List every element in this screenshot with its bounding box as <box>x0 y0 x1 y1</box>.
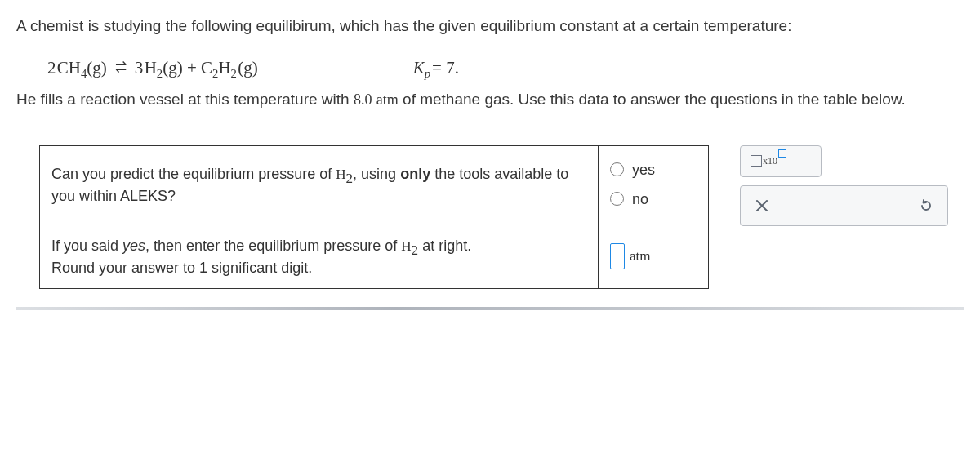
pressure-input[interactable] <box>610 243 625 269</box>
tool-panel: x10 <box>740 145 948 226</box>
kp-value: Kp = 7. <box>413 56 459 80</box>
q2-entry: atm <box>599 225 709 288</box>
lhs: 2 CH4(g) <box>47 56 107 80</box>
divider <box>16 307 964 310</box>
undo-icon <box>918 198 934 214</box>
tool-actions <box>740 185 948 226</box>
intro-text: A chemist is studying the following equi… <box>16 15 964 38</box>
radio-yes-label: yes <box>632 159 655 180</box>
radio-no-label: no <box>632 189 648 210</box>
equation-row: 2 CH4(g) ⇀↽ 3 H2(g) + C2H2 (g) Kp = 7. <box>16 38 964 88</box>
mantissa-box-icon <box>751 155 762 167</box>
table-row: If you said yes, then enter the equilibr… <box>40 225 709 288</box>
x-icon <box>755 198 769 213</box>
radio-no-input[interactable] <box>610 192 624 206</box>
radio-yes[interactable]: yes <box>610 156 697 185</box>
q2-cell: If you said yes, then enter the equilibr… <box>40 225 599 288</box>
equilibrium-arrows-icon: ⇀↽ <box>112 60 130 75</box>
x10-label: x10 <box>763 154 777 168</box>
q1-answers: yes no <box>599 145 709 225</box>
reset-button[interactable] <box>915 194 938 217</box>
radio-yes-input[interactable] <box>610 162 624 176</box>
radio-no[interactable]: no <box>610 185 697 215</box>
table-row: Can you predict the equilibrium pressure… <box>40 145 709 225</box>
clear-button[interactable] <box>751 194 773 217</box>
exponent-box-icon <box>778 149 786 158</box>
q1-cell: Can you predict the equilibrium pressure… <box>40 145 599 225</box>
question-table: Can you predict the equilibrium pressure… <box>39 145 709 289</box>
fill-text: He fills a reaction vessel at this tempe… <box>16 88 964 111</box>
sci-notation-button[interactable]: x10 <box>740 145 822 177</box>
unit-label: atm <box>630 247 651 267</box>
rhs: 3 H2(g) + C2H2 (g) <box>135 56 258 80</box>
